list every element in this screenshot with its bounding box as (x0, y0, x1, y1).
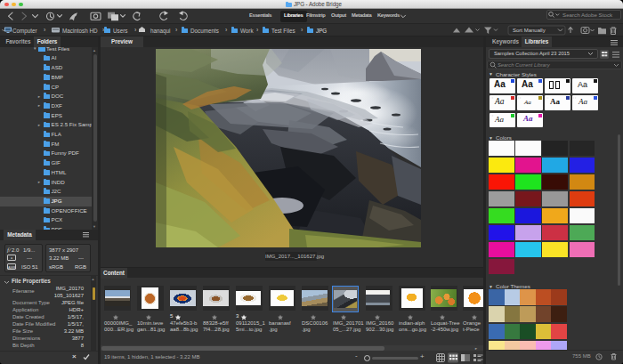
svg-text:Sort Manually: Sort Manually (513, 28, 546, 33)
